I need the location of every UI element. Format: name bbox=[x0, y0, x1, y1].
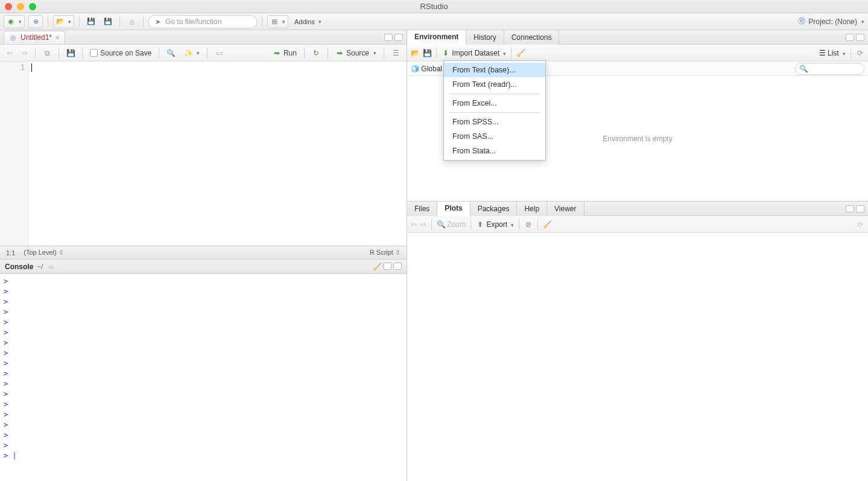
console-body[interactable]: >>>>>>>>>>>>>>>>>> | bbox=[0, 274, 407, 481]
dropdown-item-from-text-readr[interactable]: From Text (readr)... bbox=[444, 77, 545, 92]
save-icon: 💾 bbox=[423, 49, 431, 57]
dropdown-item-from-stata[interactable]: From Stata... bbox=[444, 144, 545, 158]
addins-menu[interactable]: Addins▾ bbox=[292, 15, 324, 28]
minimize-pane-button[interactable] bbox=[383, 263, 391, 270]
minimize-pane-button[interactable] bbox=[846, 34, 854, 41]
grid-button[interactable]: ▦▾ bbox=[267, 15, 288, 28]
zoom-button[interactable]: 🔍 Zoom bbox=[437, 220, 466, 229]
dropdown-item-from-spss[interactable]: From SPSS... bbox=[444, 115, 545, 129]
report-icon: ▭ bbox=[215, 49, 223, 57]
console-prompt: > bbox=[4, 410, 403, 420]
dropdown-item-from-text-base[interactable]: From Text (base)... bbox=[444, 63, 545, 77]
list-label: List bbox=[828, 49, 839, 57]
export-icon: ⬆ bbox=[476, 220, 484, 229]
project-plus-icon: ⊕ bbox=[31, 18, 40, 26]
outline-button[interactable]: ☰ bbox=[388, 48, 403, 59]
back-button[interactable]: ⇦ bbox=[4, 48, 16, 59]
save-source-button[interactable]: 💾 bbox=[63, 48, 78, 59]
toolbar-separator bbox=[262, 16, 262, 27]
project-menu[interactable]: Ⓡ Project: (None) ▾ bbox=[797, 18, 864, 26]
tab-history[interactable]: History bbox=[466, 30, 504, 45]
editor-content[interactable] bbox=[29, 62, 407, 246]
cube-icon: 🧊 bbox=[411, 65, 419, 73]
export-button[interactable]: ⬆ Export ▾ bbox=[476, 220, 514, 229]
addins-label: Addins bbox=[294, 18, 315, 25]
run-label: Run bbox=[284, 49, 297, 57]
clear-console-button[interactable]: 🧹 bbox=[373, 263, 381, 271]
compile-report-button[interactable]: ▭ bbox=[212, 48, 226, 59]
environment-scope-selector[interactable]: 🧊 Global bbox=[411, 65, 442, 73]
maximize-pane-button[interactable] bbox=[856, 34, 864, 41]
close-tab-icon[interactable]: ✕ bbox=[55, 34, 60, 41]
source-btn-label: Source bbox=[346, 49, 369, 57]
run-button[interactable]: ➡Run bbox=[270, 48, 300, 59]
environment-toolbar: 📂 💾 ⬇ Import Dataset ▾ 🧹 ☰ List ▾ ⟳ From… bbox=[407, 45, 868, 62]
tab-plots[interactable]: Plots bbox=[437, 202, 470, 216]
tab-viewer[interactable]: Viewer bbox=[547, 202, 584, 216]
source-dropdown-button[interactable]: ➡Source▾ bbox=[332, 48, 379, 59]
plot-next-button[interactable]: ⇨ bbox=[420, 220, 426, 229]
source-tab-untitled1[interactable]: ◎ Untitled1* ✕ bbox=[4, 31, 65, 44]
toolbar-separator bbox=[79, 16, 80, 27]
console-prompt: > bbox=[4, 348, 403, 358]
tab-files[interactable]: Files bbox=[407, 202, 437, 216]
minimize-pane-button[interactable] bbox=[846, 205, 854, 212]
source-icon: ➡ bbox=[335, 49, 344, 57]
find-button[interactable]: 🔍 bbox=[163, 48, 178, 59]
dropdown-item-from-excel[interactable]: From Excel... bbox=[444, 96, 545, 110]
console-prompt: > bbox=[4, 379, 403, 389]
rerun-button[interactable]: ↻ bbox=[309, 48, 323, 59]
forward-button[interactable]: ⇨ bbox=[19, 48, 31, 59]
magic-wand-button[interactable]: ✨▾ bbox=[181, 48, 203, 59]
console-header: Console ~/ ➯ 🧹 bbox=[0, 260, 407, 274]
new-project-button[interactable]: ⊕ bbox=[28, 15, 43, 28]
console-prompt: > | bbox=[4, 451, 403, 461]
save-all-button[interactable]: 💾 bbox=[101, 15, 115, 28]
plot-prev-button[interactable]: ⇦ bbox=[411, 220, 417, 229]
file-type-selector[interactable]: R Script ⇕ bbox=[370, 249, 401, 256]
save-all-icon: 💾 bbox=[104, 18, 112, 26]
save-icon: 💾 bbox=[66, 49, 75, 57]
save-workspace-button[interactable]: 💾 bbox=[423, 49, 431, 57]
environment-empty-message: Environment is empty bbox=[603, 135, 672, 143]
maximize-pane-button[interactable] bbox=[856, 205, 864, 212]
cursor-position[interactable]: 1:1 bbox=[6, 249, 15, 256]
environment-pane: Environment History Connections 📂 💾 ⬇ Im… bbox=[407, 30, 868, 202]
new-file-button[interactable]: ◉▾ bbox=[4, 15, 25, 28]
scope-selector[interactable]: (Top Level) ⇕ bbox=[24, 249, 63, 256]
console-path-arrow-icon[interactable]: ➯ bbox=[47, 263, 55, 271]
environment-search-input[interactable]: 🔍 bbox=[795, 63, 864, 75]
wand-icon: ✨ bbox=[184, 49, 192, 57]
load-workspace-button[interactable]: 📂 bbox=[411, 49, 419, 57]
maximize-pane-button[interactable] bbox=[393, 263, 402, 270]
print-button[interactable]: 🖨 bbox=[125, 15, 138, 28]
import-icon: ⬇ bbox=[442, 49, 450, 57]
import-dataset-button[interactable]: ⬇ Import Dataset ▾ bbox=[442, 49, 506, 57]
tab-connections[interactable]: Connections bbox=[504, 30, 560, 45]
dropdown-item-from-sas[interactable]: From SAS... bbox=[444, 129, 545, 144]
console-title: Console bbox=[5, 263, 33, 271]
refresh-environment-button[interactable]: ⟳ bbox=[856, 49, 864, 57]
goto-file-function-input[interactable]: ➤ Go to file/function bbox=[148, 15, 257, 28]
save-button[interactable]: 💾 bbox=[84, 15, 98, 28]
console-prompt: > bbox=[4, 358, 403, 369]
tab-help[interactable]: Help bbox=[517, 202, 547, 216]
remove-icon: ⊘ bbox=[524, 220, 533, 229]
tab-packages[interactable]: Packages bbox=[470, 202, 518, 216]
source-on-save-checkbox[interactable]: Source on Save bbox=[87, 48, 154, 59]
code-editor[interactable]: 1 bbox=[0, 62, 407, 246]
remove-plot-button[interactable]: ⊘ bbox=[524, 220, 533, 229]
maximize-pane-button[interactable] bbox=[394, 34, 403, 41]
clear-workspace-button[interactable]: 🧹 bbox=[516, 49, 525, 57]
list-view-button[interactable]: ☰ List ▾ bbox=[819, 49, 846, 57]
minimize-pane-button[interactable] bbox=[384, 34, 393, 41]
main-toolbar: ◉▾ ⊕ 📂▾ 💾 💾 🖨 ➤ Go to file/function ▦▾ A… bbox=[0, 13, 868, 30]
r-file-icon: ◎ bbox=[9, 33, 17, 42]
refresh-plots-button[interactable]: ⟳ bbox=[856, 220, 864, 229]
show-in-new-window-button[interactable]: ⧉ bbox=[40, 48, 54, 59]
tab-environment[interactable]: Environment bbox=[407, 30, 466, 45]
console-prompt: > bbox=[4, 389, 403, 400]
open-file-button[interactable]: 📂▾ bbox=[53, 15, 74, 28]
clear-plots-button[interactable]: 🧹 bbox=[543, 220, 551, 229]
source-on-save-label: Source on Save bbox=[100, 49, 151, 57]
